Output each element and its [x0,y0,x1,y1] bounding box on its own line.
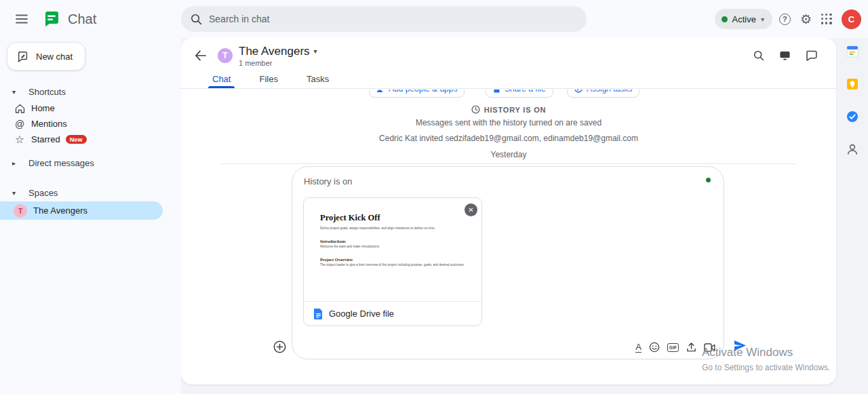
chat-logo-icon [43,11,61,27]
doc-intro: Define project goals, assign responsibil… [320,226,465,231]
gif-button[interactable]: GIF [667,343,679,352]
gif-icon: GIF [667,343,679,352]
search-icon [753,50,764,61]
account-avatar[interactable]: C [842,9,861,29]
keep-icon [846,78,859,90]
drive-file-attachment[interactable]: ✕ Project Kick Off Define project goals,… [303,197,482,326]
keep-app-button[interactable] [846,77,859,91]
suggestion-chips-row: Add people & apps Share a file Assign ta… [181,90,836,98]
history-on-dot [706,178,711,182]
spaces-section-header[interactable]: ▾ Spaces [0,184,181,201]
format-icon: A [635,342,642,353]
google-chat-app: Chat Search in chat Active ▾ ? ⚙ C [0,0,868,394]
chip-label: Share a file [505,90,546,94]
space-avatar: T [14,204,27,218]
space-item-label: The Avengers [33,205,87,216]
chevron-right-icon: ▸ [12,159,23,167]
space-title: The Avengers [239,45,310,58]
tasks-app-button[interactable] [846,110,859,123]
spaces-label: Spaces [28,188,58,198]
settings-button[interactable]: ⚙ [797,10,814,28]
main-menu-button[interactable] [11,8,33,30]
back-button[interactable] [189,45,211,66]
status-selector[interactable]: Active ▾ [715,9,772,29]
topbar-left: Chat [0,8,96,30]
hamburger-icon [16,14,28,24]
upload-button[interactable] [686,342,696,353]
compose-toolbar: A GIF [635,342,715,353]
search-placeholder: Search in chat [209,14,270,24]
back-arrow-icon [195,50,206,61]
space-title-block: The Avengers ▾ 1 member [239,45,317,67]
direct-messages-label: Direct messages [28,158,94,168]
chat-bubble-button[interactable] [803,47,820,64]
google-docs-icon [314,309,323,319]
space-title-menu[interactable]: The Avengers ▾ [239,45,317,58]
plus-circle-icon [273,340,286,353]
doc-heading: Project Overview [320,257,465,262]
new-chat-button[interactable]: New chat [7,42,85,71]
doc-preview: Project Kick Off Define project goals, a… [304,198,481,301]
active-status-dot [722,16,728,22]
chip-add-people-apps[interactable]: Add people & apps [369,90,465,98]
format-button[interactable]: A [635,342,642,353]
history-on-title: HISTORY IS ON [484,106,547,114]
message-compose-box[interactable]: History is on ✕ Project Kick Off Define … [292,166,724,359]
video-meeting-button[interactable] [704,343,715,352]
tab-chat[interactable]: Chat [203,74,240,88]
google-apps-button[interactable] [818,11,835,27]
sidebar: New chat ▾ Shortcuts Home @ Mentions ☆ S… [0,38,181,394]
emoji-button[interactable] [649,342,660,353]
help-button[interactable]: ? [776,11,793,28]
chip-label: Assign tasks [587,90,632,94]
tasks-icon [846,111,859,123]
doc-text: The project leader to give a brief overv… [320,263,465,268]
history-on-subtitle: Messages sent with the history turned on… [181,118,836,127]
sidebar-item-starred[interactable]: ☆ Starred New [0,132,181,147]
send-button[interactable] [733,340,747,352]
new-chat-label: New chat [36,52,73,62]
topbar-right: Active ▾ ? ⚙ C [715,0,861,38]
chat-bubble-icon [806,50,817,61]
date-divider-label: Yesterday [181,150,836,159]
shortcuts-label: Shortcuts [28,87,66,97]
doc-heading: Introductions [320,239,465,243]
new-badge: New [66,135,87,144]
sidebar-item-mentions[interactable]: @ Mentions [0,116,181,132]
chip-assign-tasks[interactable]: Assign tasks [567,90,639,98]
sidebar-item-home[interactable]: Home [0,100,181,116]
side-apps-panel [841,45,864,156]
task-check-icon [574,90,583,93]
person-add-icon [376,90,384,93]
doc-title: Project Kick Off [320,213,465,223]
attachment-label: Google Drive file [329,309,394,319]
direct-messages-section-header[interactable]: ▸ Direct messages [0,154,181,172]
contacts-icon [846,143,859,155]
present-button[interactable] [776,47,793,64]
history-on-banner: HISTORY IS ON [181,105,836,114]
search-icon [191,14,202,25]
chip-share-file[interactable]: Share a file [486,90,553,98]
emoji-icon [649,342,660,353]
integration-menu-button[interactable] [273,340,286,353]
space-header-actions [751,47,820,64]
gear-icon: ⚙ [800,13,812,26]
attachment-footer[interactable]: Google Drive file [304,301,481,326]
clock-icon [471,105,480,114]
chip-label: Add people & apps [389,90,457,94]
search-bar[interactable]: Search in chat [181,6,587,32]
tab-files[interactable]: Files [250,74,287,88]
calendar-app-button[interactable] [846,45,859,58]
search-in-space-button[interactable] [751,47,767,64]
tab-tasks[interactable]: Tasks [297,74,338,88]
new-chat-icon [17,50,29,62]
space-avatar: T [218,48,233,63]
file-icon [493,90,500,93]
remove-attachment-button[interactable]: ✕ [465,203,477,216]
chevron-down-icon: ▾ [314,47,317,55]
sidebar-item-label: Mentions [31,119,67,129]
contacts-app-button[interactable] [846,142,859,156]
compose-placeholder: History is on [304,176,353,186]
sidebar-item-the-avengers[interactable]: T The Avengers [0,201,163,220]
shortcuts-section-header[interactable]: ▾ Shortcuts [0,83,181,100]
